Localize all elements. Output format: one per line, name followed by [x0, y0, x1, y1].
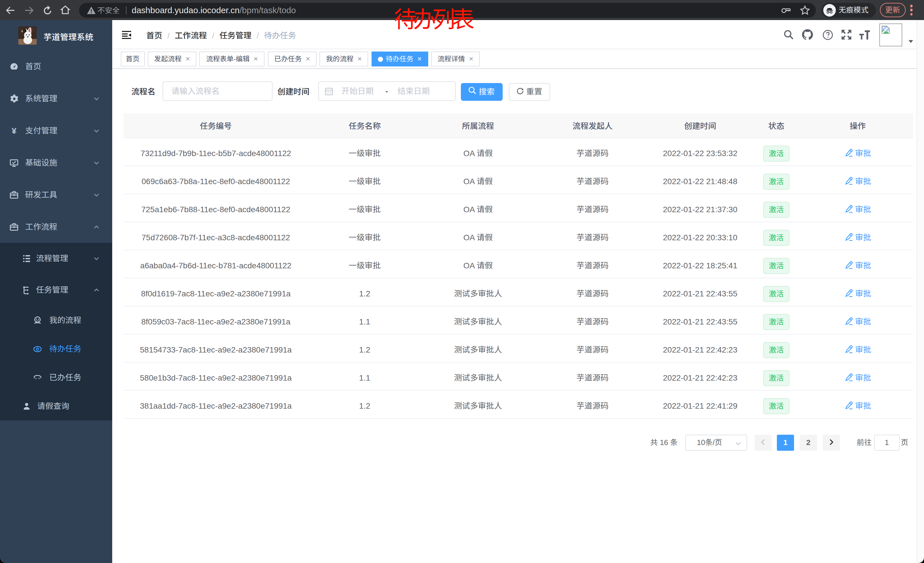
svg-text:¥: ¥	[12, 126, 16, 135]
